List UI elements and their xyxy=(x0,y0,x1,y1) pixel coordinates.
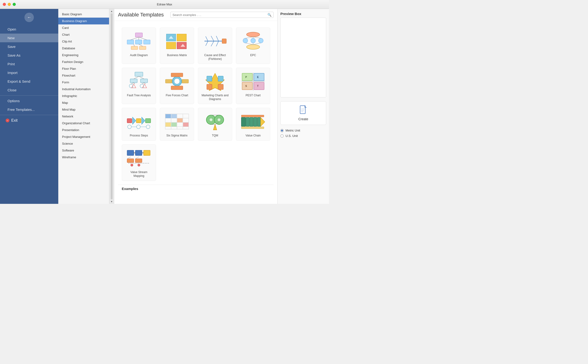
svg-rect-79 xyxy=(145,119,151,123)
svg-rect-2 xyxy=(135,40,142,44)
us-unit-option[interactable]: U.S. Unit xyxy=(280,134,326,138)
category-fashion-design[interactable]: Fashion Design xyxy=(58,58,109,65)
category-mind-map[interactable]: Mind Map xyxy=(58,106,109,113)
sidebar-item-print[interactable]: Print xyxy=(0,60,58,68)
sidebar-item-options[interactable]: Options xyxy=(0,97,58,105)
template-pest-chart[interactable]: P E S T PEST Chart xyxy=(236,68,270,104)
category-chart[interactable]: Chart xyxy=(58,31,109,38)
sidebar-menu: Open New Save Save As Print Import Expor… xyxy=(0,24,58,126)
scroll-down-icon[interactable]: ▼ xyxy=(111,200,113,203)
category-scrollbar[interactable]: ▲ ▼ xyxy=(109,9,114,204)
window-title: Edraw Max xyxy=(157,3,172,6)
template-marketing-charts[interactable]: Marketing Charts and Diagrams xyxy=(198,68,232,104)
template-process-steps[interactable]: Process Steps xyxy=(122,108,156,141)
metric-unit-radio[interactable] xyxy=(280,129,284,132)
maximize-window-button[interactable] xyxy=(13,3,16,6)
sidebar-item-export[interactable]: Export & Send xyxy=(0,77,58,86)
title-bar: Edraw Max xyxy=(0,0,329,9)
search-input[interactable] xyxy=(172,13,267,17)
category-basic-diagram[interactable]: Basic Diagram xyxy=(58,11,109,18)
template-epc[interactable]: EPC xyxy=(236,27,270,64)
category-science[interactable]: Science xyxy=(58,140,109,147)
template-cause-effect[interactable]: Cause and Effect (Fishbone) xyxy=(198,27,232,64)
sidebar-item-save-as[interactable]: Save As xyxy=(0,51,58,60)
svg-line-9 xyxy=(134,44,134,46)
category-project-management[interactable]: Project Management xyxy=(58,133,109,140)
svg-line-19 xyxy=(206,36,208,41)
template-six-sigma[interactable]: Six Sigma Matrix xyxy=(160,108,194,141)
template-preview-matrix xyxy=(163,31,191,52)
svg-rect-114 xyxy=(241,127,264,129)
sidebar-item-close[interactable]: Close xyxy=(0,86,58,94)
template-value-stream[interactable]: Value Stream Mapping xyxy=(122,144,156,181)
category-software[interactable]: Software xyxy=(58,147,109,154)
sidebar-item-import[interactable]: Import xyxy=(0,68,58,77)
svg-rect-127 xyxy=(300,106,305,114)
exit-label: Exit xyxy=(11,118,18,123)
svg-rect-77 xyxy=(136,119,141,123)
category-clip-art[interactable]: Clip Art xyxy=(58,38,109,45)
svg-rect-0 xyxy=(135,33,142,37)
metric-unit-option[interactable]: Metric Unit xyxy=(280,129,326,132)
category-engineering[interactable]: Engineering xyxy=(58,52,109,58)
category-presentation[interactable]: Presentation xyxy=(58,127,109,133)
back-button[interactable]: ← xyxy=(24,13,34,22)
svg-rect-61 xyxy=(207,76,212,81)
svg-text:P: P xyxy=(245,76,247,78)
svg-rect-38 xyxy=(130,79,137,83)
svg-marker-76 xyxy=(132,117,136,124)
template-label-epc: EPC xyxy=(250,53,256,57)
minimize-window-button[interactable] xyxy=(8,3,11,6)
main-header: Available Templates 🔍 xyxy=(114,9,277,21)
svg-rect-53 xyxy=(182,79,188,83)
sidebar-item-open[interactable]: Open xyxy=(0,25,58,33)
category-organizational-chart[interactable]: Organizational Chart xyxy=(58,120,109,127)
category-floor-plan[interactable]: Floor Plan xyxy=(58,65,109,72)
svg-rect-13 xyxy=(166,42,176,49)
svg-line-10 xyxy=(139,44,143,46)
sidebar-divider xyxy=(0,95,58,96)
template-tqm[interactable]: TQM xyxy=(198,108,232,141)
category-map[interactable]: Map xyxy=(58,99,109,106)
svg-rect-109 xyxy=(250,117,253,126)
svg-marker-112 xyxy=(261,117,265,126)
svg-rect-64 xyxy=(218,84,223,90)
svg-point-81 xyxy=(137,125,140,129)
svg-marker-78 xyxy=(142,117,145,124)
traffic-lights[interactable] xyxy=(3,3,16,6)
close-window-button[interactable] xyxy=(3,3,6,6)
search-icon: 🔍 xyxy=(267,13,271,17)
templates-scroll-area[interactable]: Audit Diagram Business M xyxy=(114,21,277,204)
sidebar-item-exit[interactable]: − Exit xyxy=(0,116,58,125)
svg-rect-12 xyxy=(177,34,186,41)
template-business-matrix[interactable]: Business Matrix xyxy=(160,27,194,64)
svg-rect-5 xyxy=(139,46,146,50)
create-button[interactable]: Create xyxy=(280,101,326,125)
sidebar-item-save[interactable]: Save xyxy=(0,42,58,51)
template-fault-tree[interactable]: Fault Tree Analysis xyxy=(122,68,156,104)
svg-rect-75 xyxy=(127,119,132,123)
template-value-chain[interactable]: Value Chain xyxy=(236,108,270,141)
svg-rect-115 xyxy=(127,150,134,156)
svg-rect-121 xyxy=(135,159,142,162)
category-card[interactable]: Card xyxy=(58,24,109,31)
category-industrial-automation[interactable]: Industrial Automation xyxy=(58,86,109,92)
template-five-forces[interactable]: Five Forces Chart xyxy=(160,68,194,104)
template-preview-tqm xyxy=(201,111,229,132)
category-wireframe[interactable]: Wireframe xyxy=(58,154,109,161)
sidebar-item-new[interactable]: New xyxy=(0,33,58,42)
category-network[interactable]: Network xyxy=(58,113,109,120)
sidebar-item-free-templates[interactable]: Free Templates... xyxy=(0,105,58,114)
category-flowchart[interactable]: Flowchart xyxy=(58,72,109,79)
template-audit-diagram[interactable]: Audit Diagram xyxy=(122,27,156,64)
svg-rect-68 xyxy=(254,82,264,90)
category-form[interactable]: Form xyxy=(58,79,109,86)
us-unit-radio[interactable] xyxy=(280,134,284,138)
category-database[interactable]: Database xyxy=(58,45,109,52)
category-infographic[interactable]: Infographic xyxy=(58,92,109,99)
svg-rect-116 xyxy=(135,150,142,156)
scroll-up-icon[interactable]: ▲ xyxy=(111,10,113,13)
category-business-diagram[interactable]: Business Diagram xyxy=(58,18,109,24)
scroll-thumb[interactable] xyxy=(111,13,112,199)
svg-rect-108 xyxy=(246,117,249,126)
